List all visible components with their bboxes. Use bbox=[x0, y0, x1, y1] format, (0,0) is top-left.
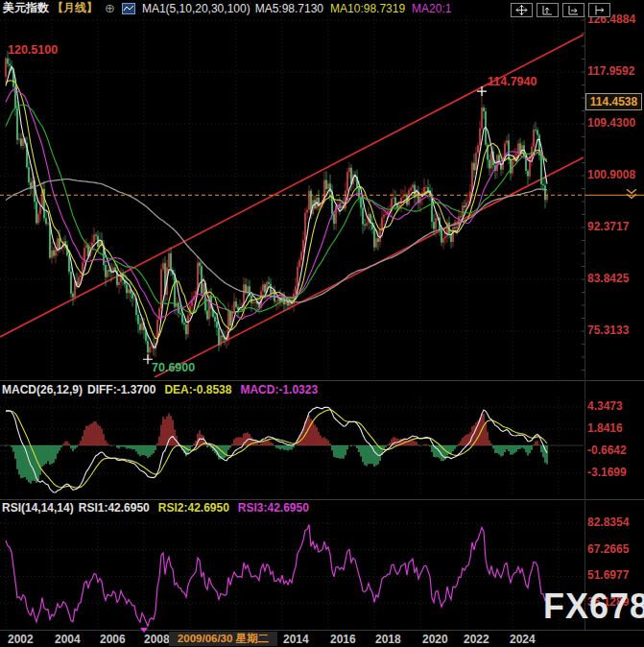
period-label[interactable]: 【月线】 bbox=[52, 0, 98, 16]
crosshair-date-box: 2009/06/30 星期二 bbox=[169, 632, 277, 646]
x-axis-label: 2008 bbox=[144, 633, 170, 646]
rsi-name: RSI(14,14,14) bbox=[2, 501, 74, 515]
ma-settings-label: MA1(5,10,20,30,100) bbox=[142, 2, 250, 15]
macd-name: MACD(26,12,9) bbox=[2, 383, 83, 396]
x-axis-label: 2020 bbox=[422, 633, 448, 646]
macd-dea-value: DEA:-0.8538 bbox=[164, 383, 231, 396]
y-axis-label: 92.3717 bbox=[587, 220, 629, 233]
macd-axis-label: 4.3473 bbox=[587, 399, 623, 413]
rsi1-value: RSI1:42.6950 bbox=[79, 501, 150, 515]
chart-app: 美元指数 【月线】 ⊕ MA1(5,10,20,30,100) MA5:98.7… bbox=[0, 0, 644, 647]
x-axis-label: 2022 bbox=[464, 633, 489, 646]
x-axis-label: 2018 bbox=[375, 633, 401, 646]
pan-tool-icon[interactable] bbox=[511, 3, 533, 17]
crosshair-price-box: 114.4538 bbox=[585, 93, 642, 110]
watermark: FX678 bbox=[543, 587, 644, 627]
crosshair-x-tick bbox=[140, 628, 148, 633]
x-axis-label: 2004 bbox=[55, 633, 81, 646]
x-axis-label: 2014 bbox=[283, 633, 309, 646]
ma20-value: MA20:1 bbox=[412, 2, 451, 15]
chart-style-icon[interactable] bbox=[122, 3, 135, 14]
x-axis-label: 2024 bbox=[510, 633, 536, 646]
rsi2-value: RSI2:42.6950 bbox=[158, 501, 229, 515]
macd-axis-label: 1.8416 bbox=[587, 421, 623, 435]
rsi3-value: RSI3:42.6950 bbox=[238, 501, 309, 515]
chart-tools bbox=[511, 3, 610, 17]
rsi-header: RSI(14,14,14) RSI1:42.6950 RSI2:42.6950 … bbox=[2, 501, 309, 515]
macd-diff-value: DIFF:-1.3700 bbox=[87, 383, 155, 396]
annotation-low-2008: 70.6900 bbox=[152, 361, 195, 374]
chart-canvas[interactable] bbox=[0, 0, 644, 647]
add-indicator-icon[interactable]: ⊕ bbox=[105, 2, 115, 14]
rsi-axis-label: 82.8354 bbox=[587, 515, 629, 529]
y-axis-label: 83.8425 bbox=[587, 272, 629, 285]
x-axis-label: 2016 bbox=[330, 633, 356, 646]
y-axis-label: 100.9008 bbox=[587, 168, 635, 181]
rsi-axis-label: 67.2665 bbox=[587, 542, 629, 556]
y-axis-label: 75.3133 bbox=[587, 324, 629, 337]
symbol-title: 美元指数 bbox=[3, 0, 49, 16]
x-axis-label: 2002 bbox=[8, 633, 34, 646]
macd-header: MACD(26,12,9) DIFF:-1.3700 DEA:-0.8538 M… bbox=[2, 383, 318, 396]
jump-to-latest-icon[interactable] bbox=[588, 3, 610, 17]
y-axis-label: 109.4300 bbox=[587, 116, 635, 130]
macd-axis-label: -3.1699 bbox=[587, 466, 627, 479]
ma5-value: MA5:98.7130 bbox=[255, 2, 323, 15]
macd-axis-label: -0.6642 bbox=[587, 443, 627, 457]
y-axis-label: 117.9592 bbox=[587, 64, 634, 78]
rsi-axis-label: 51.6977 bbox=[587, 568, 629, 582]
y-axis-scale-icon[interactable] bbox=[537, 3, 559, 17]
annotation-high-2022: 114.7940 bbox=[488, 75, 537, 88]
x-axis-label: 2006 bbox=[100, 633, 126, 646]
annotation-high-2002: 120.5100 bbox=[8, 43, 58, 57]
x-axis-scroll-icon[interactable] bbox=[562, 3, 584, 17]
macd-macd-value: MACD:-1.0323 bbox=[240, 383, 318, 396]
ma10-value: MA10:98.7319 bbox=[330, 2, 405, 15]
